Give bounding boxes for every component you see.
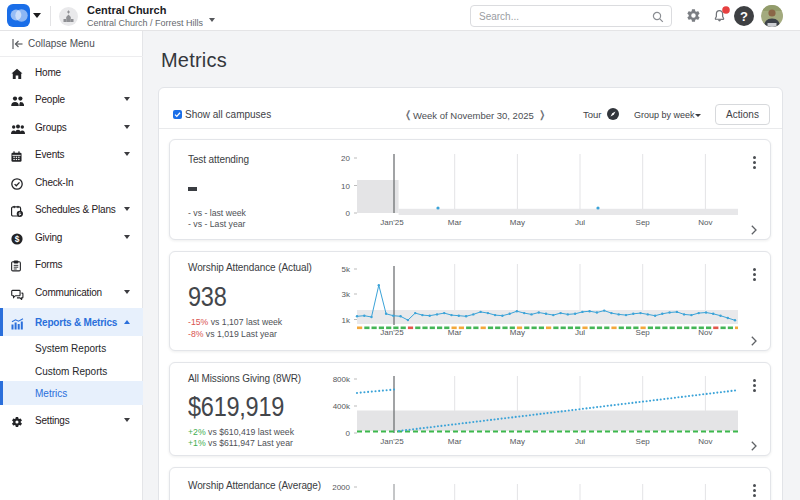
svg-text:5k: 5k [342,265,351,274]
svg-text:2000: 2000 [332,483,350,492]
svg-text:Nov: Nov [698,218,712,227]
svg-text:0: 0 [346,429,351,438]
svg-text:Mar: Mar [448,218,462,227]
svg-text:Sep: Sep [636,218,651,227]
svg-text:Mar: Mar [448,437,462,446]
svg-text:Jul: Jul [575,328,585,337]
svg-text:3k: 3k [342,290,351,299]
svg-text:Jan'25: Jan'25 [380,437,404,446]
svg-text:Nov: Nov [698,328,712,337]
svg-text:May: May [510,218,525,227]
svg-text:400k: 400k [333,402,351,411]
svg-text:Sep: Sep [636,328,651,337]
svg-text:May: May [510,328,525,337]
svg-text:Mar: Mar [448,328,462,337]
svg-text:Jan'25: Jan'25 [380,328,404,337]
svg-text:800k: 800k [333,375,351,384]
svg-text:?: ? [740,9,748,24]
svg-text:20: 20 [341,154,350,163]
svg-text:$: $ [15,233,20,243]
svg-text:Jan'25: Jan'25 [380,218,404,227]
svg-text:0: 0 [346,209,351,218]
svg-text:10: 10 [341,182,350,191]
svg-text:May: May [510,437,525,446]
svg-text:Jul: Jul [575,218,585,227]
svg-text:Sep: Sep [636,437,651,446]
svg-text:1k: 1k [342,316,351,325]
svg-text:Jul: Jul [575,437,585,446]
svg-text:Nov: Nov [698,437,712,446]
